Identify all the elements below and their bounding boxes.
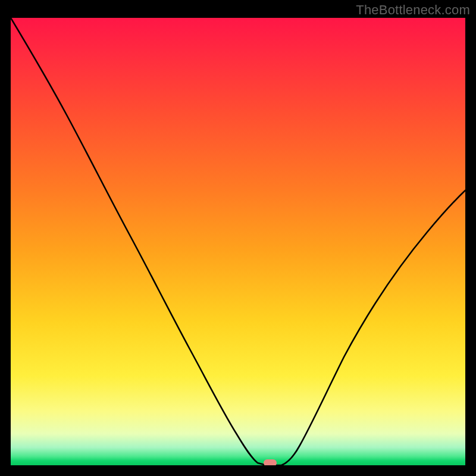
plot-area <box>11 18 465 465</box>
bottleneck-curve <box>11 18 465 465</box>
chart-frame: TheBottleneck.com <box>0 0 476 476</box>
watermark-text: TheBottleneck.com <box>356 2 470 18</box>
optimum-marker <box>264 459 277 465</box>
